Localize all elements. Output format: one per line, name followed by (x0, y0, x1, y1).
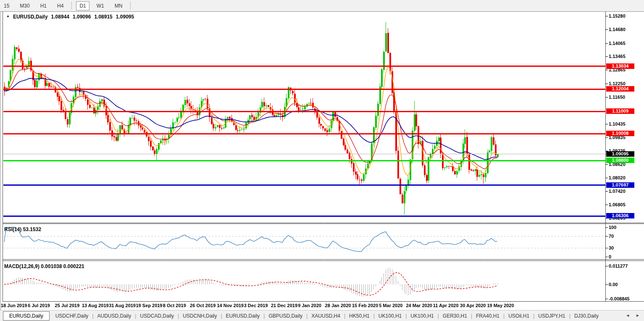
price-tick-label: 1.08020 (609, 175, 626, 180)
date-tick-label: 19 May 2020 (487, 303, 514, 308)
tab-eurusd-daily[interactable]: EURUSD,Daily (3, 311, 50, 321)
rsi-tick-label: 0 (609, 254, 611, 259)
tab-uk100-h1[interactable]: UK100,H1 (407, 311, 437, 321)
macd-tick-label: 0.00 (609, 282, 618, 287)
price-chart-canvas[interactable] (0, 0, 644, 321)
date-tick-label: 26 Oct 2019 (190, 303, 216, 308)
date-tick-label: 13 Aug 2019 (82, 303, 109, 308)
price-tick-label: 1.06805 (609, 202, 626, 207)
price-line-label: 1.09095 (606, 151, 634, 157)
date-tick-label: 31 Aug 2019 (109, 303, 136, 308)
date-tick-label: 15 Feb 2020 (352, 303, 378, 308)
tab-usdchf-daily[interactable]: USDCHF,Daily (52, 311, 92, 321)
date-tick-label: 21 Dec 2019 (271, 303, 297, 308)
tab-hk50-h1[interactable]: HK50,H1 (345, 311, 373, 321)
tab-ger30-h1[interactable]: GER30,H1 (439, 311, 471, 321)
price-line-label: 1.06306 (606, 213, 634, 218)
date-tick-label: 8 Oct 2019 (163, 303, 186, 308)
tab-usdcnh-daily[interactable]: USDCNH,Daily (179, 311, 221, 321)
price-line-label: 1.11009 (606, 108, 634, 114)
date-tick-label: 9 Jan 2020 (298, 303, 321, 308)
price-tick-label: 1.12250 (609, 81, 626, 86)
tab-audusd-daily[interactable]: AUDUSD,Daily (94, 311, 135, 321)
tab-scroll-right-icon[interactable]: ► (636, 313, 640, 318)
date-tick-label: 19 Sep 2019 (136, 303, 163, 308)
macd-tick-label: -0.008845 (609, 296, 630, 301)
price-line-label: 1.08800 (606, 158, 634, 163)
date-tick-label: 6 Jul 2019 (28, 303, 50, 308)
price-tick-label: 1.07420 (609, 189, 626, 194)
rsi-tick-label: 30 (609, 245, 614, 250)
date-tick-label: 11 Apr 2020 (433, 303, 459, 308)
tab-scroll-left-icon[interactable]: ◄ (626, 313, 630, 318)
price-tick-label: 1.14680 (609, 27, 626, 32)
date-tick-label: 5 Mar 2020 (379, 303, 402, 308)
symbol-tabbar: EURUSD,DailyUSDCHF,Daily|AUDUSD,Daily|US… (0, 310, 644, 321)
price-tick-label: 1.14065 (609, 41, 626, 46)
tab-xauusd-h4[interactable]: XAUUSD,H4 (308, 311, 344, 321)
price-tick-label: 1.10435 (609, 121, 626, 126)
tab-usoil-h1[interactable]: USOil,H1 (505, 311, 533, 321)
date-tick-label: 14 Nov 2019 (217, 303, 244, 308)
tab-uk100-h1[interactable]: UK100,H1 (375, 311, 405, 321)
tab-fra40-h1[interactable]: FRA40,H1 (472, 311, 503, 321)
date-tick-label: 18 Jun 2019 (1, 303, 27, 308)
tab-usdjpy-h1[interactable]: USDJPY,H1 (534, 311, 569, 321)
price-line-label: 1.07697 (606, 182, 634, 188)
tab-eurusd-daily[interactable]: EURUSD,Daily (222, 311, 264, 321)
price-line-label: 1.13034 (606, 63, 634, 69)
tab-gbpusd-daily[interactable]: GBPUSD,Daily (265, 311, 306, 321)
tab-usdcad-daily[interactable]: USDCAD,Daily (136, 311, 178, 321)
date-tick-label: 28 Jan 2020 (325, 303, 351, 308)
price-line-label: 1.10008 (606, 131, 634, 136)
date-tick-label: 3 Dec 2019 (244, 303, 268, 308)
tab-dj30-daily[interactable]: DJ30,Daily (570, 311, 602, 321)
macd-tick-label: 0.011277 (609, 263, 628, 268)
price-tick-label: 1.15280 (609, 13, 626, 18)
rsi-tick-label: 100 (609, 225, 616, 230)
price-tick-label: 1.13465 (609, 54, 626, 59)
tab-scroll-arrows: ◄ ► (626, 313, 640, 318)
date-tick-label: 25 Jul 2019 (55, 303, 80, 308)
price-tick-label: 1.11650 (609, 95, 625, 100)
date-tick-label: 24 Mar 2020 (406, 303, 432, 308)
rsi-tick-label: 70 (609, 234, 614, 239)
date-tick-label: 30 Apr 2020 (460, 303, 486, 308)
price-line-label: 1.12004 (606, 86, 634, 92)
